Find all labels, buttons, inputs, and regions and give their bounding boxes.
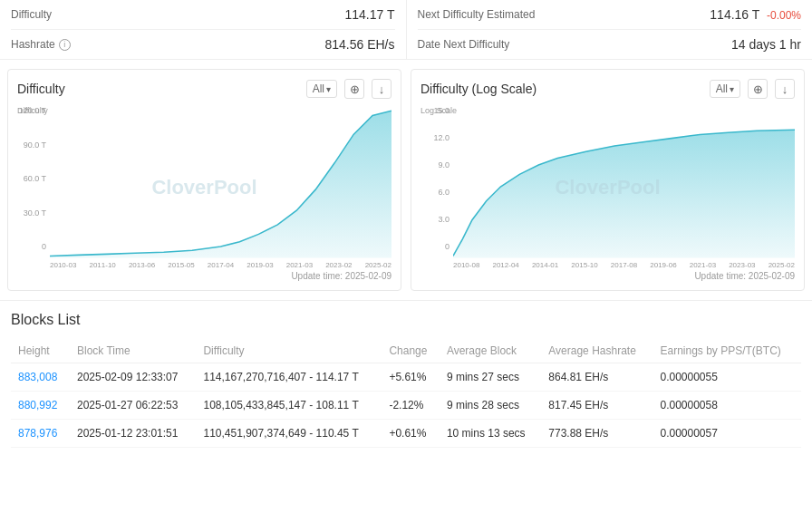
top-stats-section: Difficulty 114.17 T Hashrate i 814.56 EH… xyxy=(0,0,812,60)
col-earnings: Earnings by PPS/T(BTC) xyxy=(652,339,801,363)
next-difficulty-value: 114.16 T -0.00% xyxy=(710,7,801,22)
col-block-time: Block Time xyxy=(70,339,196,363)
next-difficulty-suffix: -0.00% xyxy=(767,9,801,22)
log-scale-chart-controls: All ▾ ⊕ ↓ xyxy=(710,79,795,99)
hashrate-row: Hashrate i 814.56 EH/s xyxy=(11,30,395,59)
col-height: Height xyxy=(11,339,70,363)
cell-avg-block-1: 9 mins 28 secs xyxy=(440,392,541,420)
log-scale-update-time: Update time: 2025-02-09 xyxy=(420,271,795,281)
cell-block-time-2: 2025-01-12 23:01:51 xyxy=(70,420,196,448)
difficulty-chart: Difficulty All ▾ ⊕ ↓ Difficulty 120.0 T … xyxy=(7,69,401,291)
difficulty-update-time: Update time: 2025-02-09 xyxy=(17,271,392,281)
difficulty-y-axis: 120.0 T 90.0 T 60.0 T 30.0 T 0 xyxy=(17,106,50,251)
cell-avg-block-0: 9 mins 27 secs xyxy=(440,363,541,392)
log-scale-filter[interactable]: All ▾ xyxy=(710,80,740,98)
difficulty-filter[interactable]: All ▾ xyxy=(306,80,337,98)
blocks-table-body: 883,008 2025-02-09 12:33:07 114,167,270,… xyxy=(11,363,801,448)
next-difficulty-label: Next Difficulty Estimated xyxy=(418,8,536,21)
date-next-label: Date Next Difficulty xyxy=(418,38,510,51)
cell-avg-hashrate-0: 864.81 EH/s xyxy=(541,363,652,392)
col-avg-hashrate: Average Hashrate xyxy=(541,339,652,363)
next-difficulty-row: Next Difficulty Estimated 114.16 T -0.00… xyxy=(418,0,802,30)
log-scale-chart: Difficulty (Log Scale) All ▾ ⊕ ↓ Log Sca… xyxy=(411,69,805,291)
cell-height-1[interactable]: 880,992 xyxy=(11,392,70,420)
hashrate-info-icon[interactable]: i xyxy=(59,39,71,51)
difficulty-chart-header: Difficulty All ▾ ⊕ ↓ xyxy=(17,79,392,99)
cell-earnings-2: 0.00000057 xyxy=(652,420,801,448)
table-row: 880,992 2025-01-27 06:22:53 108,105,433,… xyxy=(11,392,801,420)
log-scale-download-btn[interactable]: ↓ xyxy=(775,79,795,99)
right-stats: Next Difficulty Estimated 114.16 T -0.00… xyxy=(407,0,813,59)
log-scale-y-axis: 15.0 12.0 9.0 6.0 3.0 0 xyxy=(420,106,453,251)
blocks-table: Height Block Time Difficulty Change Aver… xyxy=(11,339,801,448)
col-difficulty: Difficulty xyxy=(196,339,382,363)
cell-difficulty-1: 108,105,433,845,147 - 108.11 T xyxy=(196,392,382,420)
log-scale-chart-header: Difficulty (Log Scale) All ▾ ⊕ ↓ xyxy=(420,79,795,99)
log-scale-chart-title: Difficulty (Log Scale) xyxy=(420,82,536,96)
blocks-table-header: Height Block Time Difficulty Change Aver… xyxy=(11,339,801,363)
cell-avg-hashrate-1: 817.45 EH/s xyxy=(541,392,652,420)
date-next-value: 14 days 1 hr xyxy=(731,37,801,52)
log-scale-x-axis: 2010-08 2012-04 2014-01 2015-10 2017-08 … xyxy=(453,261,795,269)
difficulty-chart-title: Difficulty xyxy=(17,82,65,96)
col-change: Change xyxy=(382,339,440,363)
difficulty-download-btn[interactable]: ↓ xyxy=(372,79,392,99)
charts-section: Difficulty All ▾ ⊕ ↓ Difficulty 120.0 T … xyxy=(0,60,812,301)
difficulty-label: Difficulty xyxy=(11,8,52,21)
cell-earnings-1: 0.00000058 xyxy=(652,392,801,420)
cell-earnings-0: 0.00000055 xyxy=(652,363,801,392)
difficulty-value: 114.17 T xyxy=(344,7,394,22)
difficulty-chart-area: Difficulty 120.0 T 90.0 T 60.0 T 30.0 T … xyxy=(17,106,392,269)
difficulty-filter-chevron: ▾ xyxy=(326,84,331,94)
blocks-list-section: Blocks List Height Block Time Difficulty… xyxy=(0,301,812,459)
cell-change-0: +5.61% xyxy=(382,363,440,392)
cell-block-time-0: 2025-02-09 12:33:07 xyxy=(70,363,196,392)
left-stats: Difficulty 114.17 T Hashrate i 814.56 EH… xyxy=(0,0,407,59)
log-scale-filter-chevron: ▾ xyxy=(730,84,734,94)
cell-height-2[interactable]: 878,976 xyxy=(11,420,70,448)
hashrate-value: 814.56 EH/s xyxy=(324,37,394,52)
height-link-1[interactable]: 880,992 xyxy=(18,399,57,411)
cell-block-time-1: 2025-01-27 06:22:53 xyxy=(70,392,196,420)
date-next-difficulty-row: Date Next Difficulty 14 days 1 hr xyxy=(418,30,802,59)
cell-difficulty-2: 110,451,907,374,649 - 110.45 T xyxy=(196,420,382,448)
log-scale-zoom-btn[interactable]: ⊕ xyxy=(748,79,768,99)
log-scale-svg xyxy=(453,106,795,258)
cell-difficulty-0: 114,167,270,716,407 - 114.17 T xyxy=(196,363,382,392)
difficulty-svg xyxy=(50,106,392,258)
height-link-2[interactable]: 878,976 xyxy=(18,427,57,440)
table-row: 878,976 2025-01-12 23:01:51 110,451,907,… xyxy=(11,420,801,448)
cell-avg-block-2: 10 mins 13 secs xyxy=(440,420,541,448)
difficulty-zoom-btn[interactable]: ⊕ xyxy=(344,79,364,99)
blocks-list-title: Blocks List xyxy=(11,312,801,328)
difficulty-chart-controls: All ▾ ⊕ ↓ xyxy=(306,79,392,99)
difficulty-row: Difficulty 114.17 T xyxy=(11,0,395,30)
height-link-0[interactable]: 883,008 xyxy=(18,371,57,383)
cell-change-1: -2.12% xyxy=(382,392,440,420)
log-scale-chart-area: Log Scale 15.0 12.0 9.0 6.0 3.0 0 xyxy=(420,106,795,269)
cell-height-0[interactable]: 883,008 xyxy=(11,363,70,392)
difficulty-x-axis: 2010-03 2011-10 2013-06 2015-05 2017-04 … xyxy=(50,261,392,269)
cell-change-2: +0.61% xyxy=(382,420,440,448)
col-avg-block: Average Block xyxy=(440,339,541,363)
table-row: 883,008 2025-02-09 12:33:07 114,167,270,… xyxy=(11,363,801,392)
cell-avg-hashrate-2: 773.88 EH/s xyxy=(541,420,652,448)
hashrate-label: Hashrate i xyxy=(11,38,71,51)
